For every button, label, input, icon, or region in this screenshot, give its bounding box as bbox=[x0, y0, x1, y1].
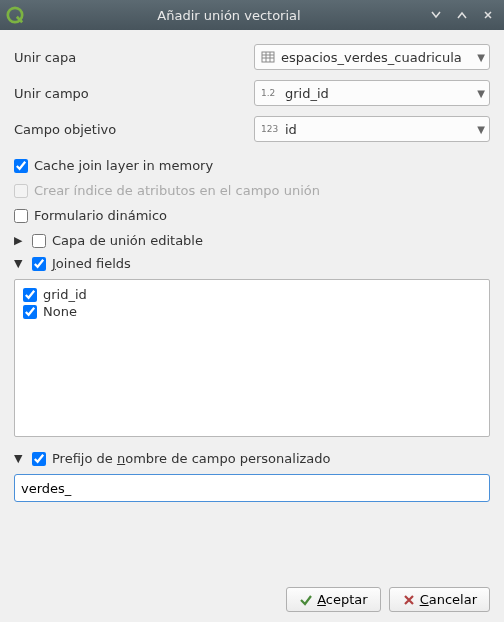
create-index-label: Crear índice de atributos en el campo un… bbox=[34, 183, 320, 198]
ok-button[interactable]: Aceptar bbox=[286, 587, 380, 612]
field-item-checkbox[interactable] bbox=[23, 288, 37, 302]
joined-fields-checkbox[interactable] bbox=[32, 257, 46, 271]
field-type-integer-icon: 123 bbox=[261, 124, 279, 134]
window-controls bbox=[426, 5, 498, 25]
qgis-app-icon bbox=[6, 6, 24, 24]
join-layer-value: espacios_verdes_cuadricula bbox=[281, 50, 473, 65]
window-title: Añadir unión vectorial bbox=[32, 8, 426, 23]
editable-layer-label: Capa de unión editable bbox=[52, 233, 203, 248]
svg-rect-1 bbox=[262, 52, 274, 62]
join-field-label: Unir campo bbox=[14, 86, 254, 101]
create-index-checkbox bbox=[14, 184, 28, 198]
join-layer-label: Unir capa bbox=[14, 50, 254, 65]
join-field-value: grid_id bbox=[285, 86, 473, 101]
minimize-button[interactable] bbox=[426, 5, 446, 25]
dialog-buttons: Aceptar Cancelar bbox=[14, 587, 490, 612]
joined-fields-list[interactable]: grid_id None bbox=[14, 279, 490, 437]
target-field-combo[interactable]: 123 id ▼ bbox=[254, 116, 490, 142]
joined-fields-section: ▼ Joined fields bbox=[14, 256, 490, 271]
target-field-value: id bbox=[285, 122, 473, 137]
joined-fields-label: Joined fields bbox=[52, 256, 131, 271]
dialog-content: Unir capa espacios_verdes_cuadricula ▼ U… bbox=[0, 30, 504, 622]
cache-join-label: Cache join layer in memory bbox=[34, 158, 213, 173]
dynamic-form-row: Formulario dinámico bbox=[14, 208, 490, 223]
ok-check-icon bbox=[299, 593, 313, 607]
editable-layer-section: ▶ Capa de unión editable bbox=[14, 233, 490, 248]
target-field-label: Campo objetivo bbox=[14, 122, 254, 137]
join-field-row: Unir campo 1.2 grid_id ▼ bbox=[14, 80, 490, 106]
join-layer-row: Unir capa espacios_verdes_cuadricula ▼ bbox=[14, 44, 490, 70]
create-index-row: Crear índice de atributos en el campo un… bbox=[14, 183, 490, 198]
close-button[interactable] bbox=[478, 5, 498, 25]
cache-join-checkbox[interactable] bbox=[14, 159, 28, 173]
maximize-button[interactable] bbox=[452, 5, 472, 25]
join-layer-combo[interactable]: espacios_verdes_cuadricula ▼ bbox=[254, 44, 490, 70]
table-layer-icon bbox=[261, 50, 275, 64]
cancel-button-label: Cancelar bbox=[420, 592, 477, 607]
custom-prefix-input[interactable] bbox=[14, 474, 490, 502]
cache-join-row: Cache join layer in memory bbox=[14, 158, 490, 173]
custom-prefix-section: ▼ Prefijo de nombre de campo personaliza… bbox=[14, 451, 490, 466]
field-item-label: grid_id bbox=[43, 287, 87, 302]
chevron-down-icon: ▼ bbox=[477, 124, 485, 135]
custom-prefix-checkbox[interactable] bbox=[32, 452, 46, 466]
editable-layer-checkbox[interactable] bbox=[32, 234, 46, 248]
expand-expanded-icon[interactable]: ▼ bbox=[14, 257, 26, 270]
join-field-combo[interactable]: 1.2 grid_id ▼ bbox=[254, 80, 490, 106]
expand-collapsed-icon[interactable]: ▶ bbox=[14, 234, 26, 247]
expand-expanded-icon[interactable]: ▼ bbox=[14, 452, 26, 465]
list-item[interactable]: grid_id bbox=[23, 286, 481, 303]
dynamic-form-label: Formulario dinámico bbox=[34, 208, 167, 223]
field-item-label: None bbox=[43, 304, 77, 319]
custom-prefix-label: Prefijo de nombre de campo personalizado bbox=[52, 451, 331, 466]
chevron-down-icon: ▼ bbox=[477, 52, 485, 63]
cancel-x-icon bbox=[402, 593, 416, 607]
ok-button-label: Aceptar bbox=[317, 592, 367, 607]
field-item-checkbox[interactable] bbox=[23, 305, 37, 319]
cancel-button[interactable]: Cancelar bbox=[389, 587, 490, 612]
field-type-decimal-icon: 1.2 bbox=[261, 88, 279, 98]
titlebar: Añadir unión vectorial bbox=[0, 0, 504, 30]
dynamic-form-checkbox[interactable] bbox=[14, 209, 28, 223]
list-item[interactable]: None bbox=[23, 303, 481, 320]
chevron-down-icon: ▼ bbox=[477, 88, 485, 99]
target-field-row: Campo objetivo 123 id ▼ bbox=[14, 116, 490, 142]
